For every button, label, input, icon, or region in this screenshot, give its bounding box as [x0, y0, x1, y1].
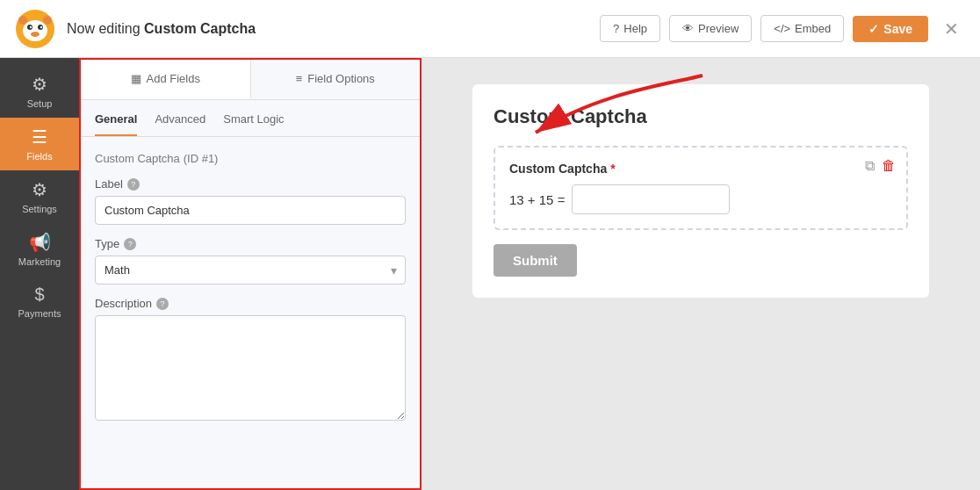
svg-point-8 [40, 25, 42, 27]
form-preview: Custom Captcha Custom Captcha * ⧉ 🗑 13 +… [472, 84, 929, 298]
add-fields-icon: ▦ [131, 72, 141, 85]
captcha-equation: 13 + 15 = [509, 184, 892, 214]
marketing-icon: 📢 [29, 232, 51, 253]
required-indicator: * [610, 162, 615, 176]
main-layout: ⚙ Setup ☰ Fields ⚙ Settings 📢 Marketing … [0, 58, 980, 490]
label-label: Label ? [95, 177, 406, 191]
captcha-field-actions: ⧉ 🗑 [865, 158, 896, 174]
panel-content: Custom Captcha (ID #1) Label ? Type ? M [81, 137, 420, 488]
field-options-icon: ≡ [296, 72, 303, 85]
logo [14, 8, 56, 50]
sidebar-label-settings: Settings [22, 204, 57, 214]
embed-button[interactable]: </> Embed [760, 15, 844, 42]
label-input[interactable] [95, 196, 406, 225]
sidebar-label-setup: Setup [27, 98, 53, 109]
captcha-answer-input[interactable] [572, 184, 730, 214]
sidebar-item-settings[interactable]: ⚙ Settings [0, 170, 79, 223]
field-options-panel: ▦ Add Fields ≡ Field Options General Adv… [79, 58, 422, 490]
preview-button[interactable]: 👁 Preview [669, 15, 752, 42]
label-group: Label ? [95, 177, 406, 225]
setup-icon: ⚙ [32, 74, 47, 95]
svg-point-1 [23, 20, 47, 41]
tab-add-fields[interactable]: ▦ Add Fields [81, 60, 251, 99]
topbar-actions: ? Help 👁 Preview </> Embed ✓ Save ✕ [600, 15, 966, 43]
description-label: Description ? [95, 297, 406, 310]
captcha-field-label: Custom Captcha * [509, 162, 892, 176]
tab-general[interactable]: General [95, 112, 137, 136]
form-preview-title: Custom Captcha [494, 105, 908, 128]
submit-button[interactable]: Submit [494, 244, 577, 277]
sidebar-label-marketing: Marketing [18, 256, 61, 267]
delete-button[interactable]: 🗑 [882, 158, 896, 174]
duplicate-button[interactable]: ⧉ [865, 158, 875, 174]
payments-icon: $ [34, 285, 44, 305]
type-label: Type ? [95, 237, 406, 250]
eye-icon: 👁 [682, 22, 694, 35]
svg-point-4 [31, 32, 40, 37]
close-button[interactable]: ✕ [937, 15, 966, 43]
form-name: Custom Captcha [144, 21, 256, 36]
help-button[interactable]: ? Help [600, 15, 660, 42]
fields-icon: ☰ [32, 126, 47, 148]
sidebar-label-payments: Payments [18, 308, 61, 319]
svg-point-7 [30, 25, 32, 27]
captcha-field-box: Custom Captcha * ⧉ 🗑 13 + 15 = [494, 146, 908, 230]
sidebar-item-setup[interactable]: ⚙ Setup [0, 65, 79, 118]
svg-point-6 [43, 16, 52, 25]
label-help-icon[interactable]: ? [127, 178, 140, 191]
equation-text: 13 + 15 = [509, 192, 565, 207]
save-button[interactable]: ✓ Save [853, 16, 928, 42]
tab-smart-logic[interactable]: Smart Logic [223, 112, 284, 136]
preview-area: Custom Captcha Custom Captcha * ⧉ 🗑 13 +… [422, 58, 980, 490]
sidebar-item-payments[interactable]: $ Payments [0, 276, 79, 328]
sidebar-label-fields: Fields [26, 151, 52, 162]
type-select-wrapper: Math Word Problem hCaptcha reCAPTCHA v2 … [95, 256, 406, 285]
type-group: Type ? Math Word Problem hCaptcha reCAPT… [95, 237, 406, 285]
type-select[interactable]: Math Word Problem hCaptcha reCAPTCHA v2 [95, 256, 406, 285]
question-icon: ? [613, 22, 619, 35]
description-textarea[interactable] [95, 315, 406, 421]
sidebar-item-marketing[interactable]: 📢 Marketing [0, 223, 79, 276]
topbar: Now editing Custom Captcha ? Help 👁 Prev… [0, 0, 980, 58]
checkmark-icon: ✓ [868, 22, 879, 36]
settings-icon: ⚙ [32, 179, 47, 200]
svg-point-5 [18, 16, 27, 25]
panel-tabs: ▦ Add Fields ≡ Field Options [81, 60, 420, 100]
sidebar-item-fields[interactable]: ☰ Fields [0, 118, 79, 170]
code-icon: </> [774, 22, 790, 35]
description-group: Description ? [95, 297, 406, 423]
tab-advanced[interactable]: Advanced [155, 112, 205, 136]
tab-field-options[interactable]: ≡ Field Options [251, 60, 421, 99]
sidebar: ⚙ Setup ☰ Fields ⚙ Settings 📢 Marketing … [0, 58, 79, 490]
field-title: Custom Captcha (ID #1) [95, 151, 406, 165]
type-help-icon[interactable]: ? [124, 238, 136, 250]
topbar-title: Now editing Custom Captcha [67, 21, 589, 37]
panel-inner-tabs: General Advanced Smart Logic [81, 100, 420, 137]
description-help-icon[interactable]: ? [156, 298, 169, 310]
